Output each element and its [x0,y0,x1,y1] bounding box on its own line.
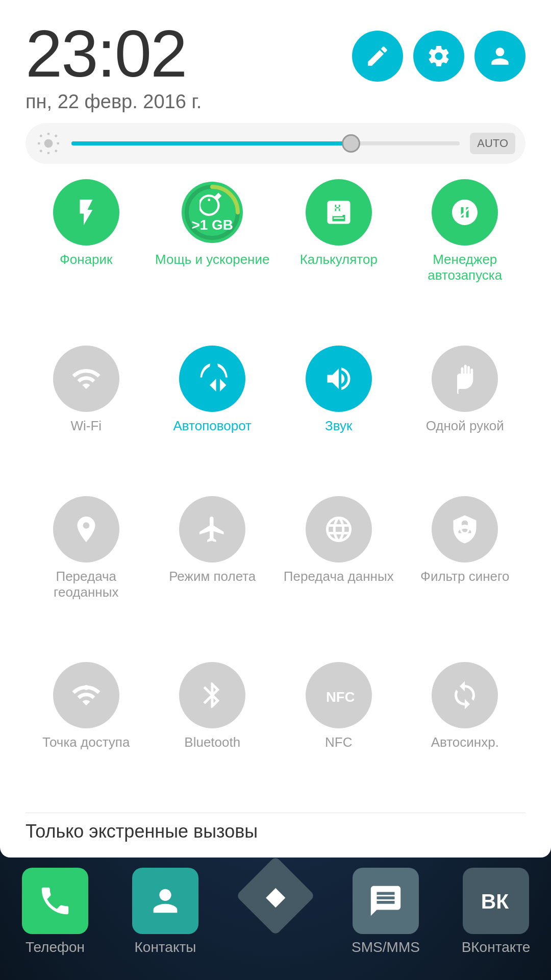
dock-contacts[interactable]: Контакты [110,868,220,955]
dock-vk[interactable]: ВК ВКонтакте [441,868,551,955]
quick-settings-grid: Фонарик >1 GB Мощь и ускорение [26,179,525,802]
qs-boost-label: Мощь и ускорение [155,252,269,267]
qs-airplane[interactable]: Режим полета [152,496,273,652]
brightness-row: AUTO [26,123,525,164]
qs-calculator-label: Калькулятор [300,252,378,267]
qs-bluetooth-label: Bluetooth [184,734,240,750]
dock-vk-label: ВКонтакте [462,939,531,955]
auto-brightness-button[interactable]: AUTO [470,133,515,154]
qs-onehand[interactable]: Одной рукой [405,346,526,486]
qs-autosync[interactable]: Автосинхр. [405,662,526,802]
memory-text: >1 GB [191,217,233,233]
phone-icon-bg [22,868,88,934]
svg-rect-3 [332,205,335,207]
settings-button[interactable] [413,31,464,82]
dock-contacts-label: Контакты [135,939,196,955]
qs-calculator-icon [306,179,372,246]
qs-airplane-icon [179,496,245,562]
qs-wifi-label: Wi-Fi [70,418,102,434]
qs-bluetooth[interactable]: Bluetooth [152,662,273,802]
svg-rect-12 [332,215,342,216]
qs-autosync-icon [432,662,498,728]
qs-autosync-label: Автосинхр. [431,734,499,750]
qs-nfc-icon: NFC [306,662,372,728]
qs-autorotate[interactable]: Автоповорот [152,346,273,486]
contacts-icon-bg [132,868,198,934]
time-display: 23:02 [26,20,202,87]
svg-rect-7 [332,209,335,211]
svg-rect-6 [344,205,346,207]
svg-rect-8 [336,209,339,211]
qs-flashlight[interactable]: Фонарик [26,179,147,335]
qs-wifi[interactable]: Wi-Fi [26,346,147,486]
qs-sound-label: Звук [325,418,352,434]
divider [26,813,525,813]
brightness-fill [71,141,351,145]
sms-icon-bg [353,868,419,934]
svg-text:NFC: NFC [326,689,354,705]
qs-datatransfer-icon [306,496,372,562]
dock-diamond[interactable]: ◆ [220,868,331,929]
dock-phone[interactable]: Телефон [0,868,110,955]
brightness-thumb[interactable] [342,134,360,153]
svg-rect-5 [340,205,342,207]
qs-autostart[interactable]: Менеджер автозапуска [405,179,526,335]
qs-autorotate-label: Автоповорот [173,418,252,434]
qs-datatransfer-label: Передача данных [284,569,394,584]
quick-settings-panel: 23:02 пн, 22 февр. 2016 г. AUTO [0,0,551,857]
qs-bluefilter-icon [432,496,498,562]
qs-bluefilter-label: Фильтр синего [420,569,509,584]
qs-sound[interactable]: Звук [278,346,399,486]
svg-point-14 [84,685,89,690]
header-buttons [352,31,525,82]
qs-autostart-icon [432,179,498,246]
notes-edit-button[interactable] [352,31,403,82]
header-row: 23:02 пн, 22 февр. 2016 г. [26,20,525,113]
qs-geodata[interactable]: Передача геоданных [26,496,147,652]
svg-rect-10 [344,209,346,215]
qs-geodata-label: Передача геоданных [26,569,147,600]
qs-hotspot-label: Точка доступа [42,734,130,750]
brightness-low-icon [36,131,61,156]
qs-airplane-label: Режим полета [169,569,256,584]
svg-rect-4 [336,205,339,207]
qs-sound-icon [306,346,372,412]
qs-autostart-label: Менеджер автозапуска [405,252,526,283]
qs-flashlight-icon [53,179,119,246]
qs-calculator[interactable]: Калькулятор [278,179,399,335]
svg-rect-11 [332,212,342,214]
qs-onehand-label: Одной рукой [426,418,504,434]
qs-nfc-label: NFC [325,734,352,750]
qs-wifi-icon [53,346,119,412]
qs-boost-icon: >1 GB [179,179,245,246]
qs-autorotate-icon [179,346,245,412]
qs-datatransfer[interactable]: Передача данных [278,496,399,652]
qs-boost[interactable]: >1 GB Мощь и ускорение [152,179,273,335]
dock-phone-label: Телефон [26,939,85,955]
qs-onehand-icon [432,346,498,412]
qs-bluetooth-icon [179,662,245,728]
dock-sms[interactable]: SMS/MMS [331,868,441,955]
qs-bluefilter[interactable]: Фильтр синего [405,496,526,652]
svg-point-13 [461,525,469,533]
diamond-icon-bg: ◆ [236,856,315,936]
svg-rect-9 [340,209,342,211]
svg-point-0 [44,139,53,148]
dock-sms-label: SMS/MMS [352,939,420,955]
qs-hotspot-icon [53,662,119,728]
qs-geodata-icon [53,496,119,562]
qs-flashlight-label: Фонарик [60,252,112,267]
svg-text:ВК: ВК [481,890,509,913]
qs-nfc[interactable]: NFC NFC [278,662,399,802]
date-display: пн, 22 февр. 2016 г. [26,91,202,113]
vk-icon-bg: ВК [463,868,529,934]
profile-button[interactable] [474,31,525,82]
emergency-text: Только экстренные вызовы [26,821,525,842]
brightness-slider[interactable] [71,141,460,145]
time-section: 23:02 пн, 22 февр. 2016 г. [26,20,202,113]
bottom-dock: Телефон Контакты ◆ SMS/MMS ВК ВКонтакте [0,857,551,980]
qs-hotspot[interactable]: Точка доступа [26,662,147,802]
